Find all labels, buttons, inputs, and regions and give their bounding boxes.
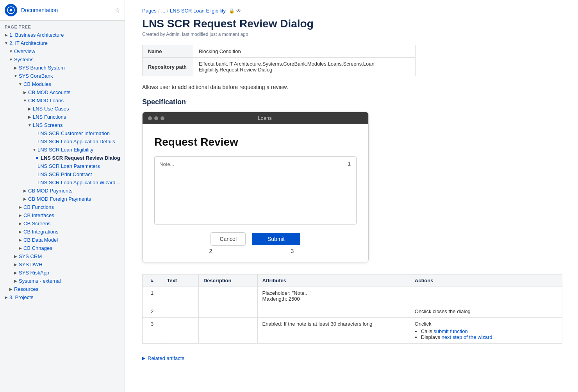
- sidebar-item-label: LNS Screens: [33, 122, 63, 128]
- arrow-right-icon: ▶: [27, 115, 33, 119]
- mockup-num-1: 1: [348, 160, 351, 167]
- sidebar-item-cb-modules[interactable]: ▼CB Modules: [0, 80, 125, 88]
- sidebar-item-sys-corebank[interactable]: ▼SYS CoreBank: [0, 72, 125, 80]
- sidebar-item-label: CB Integrations: [23, 229, 59, 235]
- mockup-title: Loans: [258, 115, 271, 121]
- spec-text-3: [162, 318, 199, 344]
- page-title: LNS SCR Request Review Dialog: [142, 18, 562, 30]
- arrow-right-icon: ▶: [12, 279, 19, 283]
- sidebar-item-lns-scr-loan-app[interactable]: LNS SCR Loan Application Details: [0, 137, 125, 146]
- spec-attr-1: Placeholder: "Note..."Maxlength: 2500: [257, 287, 410, 305]
- arrow-right-icon: ▶: [17, 221, 23, 226]
- sidebar-item-sys-crm[interactable]: ▶SYS CRM: [0, 252, 125, 260]
- spec-num-1: 1: [143, 287, 162, 305]
- star-icon[interactable]: ☆: [114, 7, 120, 14]
- spec-text-1: [162, 287, 199, 305]
- sidebar-item-sys-dwh[interactable]: ▶SYS DWH: [0, 260, 125, 269]
- breadcrumb-ellipsis[interactable]: ...: [161, 8, 166, 14]
- arrow-down-icon: ▼: [31, 148, 37, 152]
- sidebar-item-systems[interactable]: ▼Systems: [0, 55, 125, 64]
- sidebar-item-cb-screens[interactable]: ▶CB Screens: [0, 219, 125, 228]
- sidebar-item-label: LNS SCR Request Review Dialog: [41, 155, 120, 161]
- sidebar-item-lns-scr-customer[interactable]: LNS SCR Customer Information: [0, 129, 125, 137]
- sidebar-item-cb-mod-accounts[interactable]: ▶CB MOD Accounts: [0, 88, 125, 96]
- breadcrumb-pages[interactable]: Pages: [142, 8, 157, 14]
- spec-attr-2: [257, 305, 410, 318]
- sidebar-item-lns-scr-wizard[interactable]: LNS SCR Loan Application Wizard Hea...: [0, 178, 125, 187]
- sidebar-item-cb-integrations[interactable]: ▶CB Integrations: [0, 228, 125, 236]
- sidebar-item-cb-mod-payments[interactable]: ▶CB MOD Payments: [0, 187, 125, 195]
- arrow-right-icon: ▶: [3, 295, 9, 299]
- col-actions: Actions: [410, 274, 562, 287]
- sidebar-item-label: SYS CRM: [19, 253, 42, 259]
- sidebar-item-label: Overview: [14, 48, 35, 54]
- sidebar-item-sys-branch[interactable]: ▶SYS Branch System: [0, 64, 125, 72]
- related-artifacts[interactable]: ▶ Related artifacts: [142, 351, 562, 365]
- sidebar-title[interactable]: Documentation: [21, 7, 58, 13]
- mockup-dot-1: [148, 116, 152, 120]
- name-label: Name: [143, 45, 193, 58]
- sidebar-item-resources[interactable]: ▶Resources: [0, 285, 125, 293]
- arrow-right-icon: ▶: [17, 246, 23, 250]
- sidebar-item-cb-mod-loans[interactable]: ▼CB MOD Loans: [0, 96, 125, 105]
- sidebar-item-cb-data-model[interactable]: ▶CB Data Model: [0, 236, 125, 244]
- sidebar-item-lns-use-cases[interactable]: ▶LNS Use Cases: [0, 105, 125, 113]
- sidebar-item-label: Systems - external: [19, 278, 61, 284]
- sidebar-item-it-arch[interactable]: ▼2. IT Architecture: [0, 39, 125, 47]
- spec-desc-3: [198, 318, 257, 344]
- sidebar-item-cb-changes[interactable]: ▶CB Chnages: [0, 244, 125, 252]
- app-logo[interactable]: [5, 4, 17, 16]
- sidebar-item-lns-scr-loan-params[interactable]: LNS SCR Loan Parameters: [0, 162, 125, 170]
- spec-action-2: Onclick closes the dialog: [410, 305, 562, 318]
- sidebar-item-label: CB MOD Payments: [28, 188, 72, 194]
- active-dot-icon: [36, 157, 38, 159]
- arrow-right-icon: ▶: [27, 107, 33, 111]
- breadcrumb-parent[interactable]: LNS SCR Loan Eligibility: [170, 8, 226, 14]
- col-attrs: Attributes: [257, 274, 410, 287]
- sidebar-item-label: LNS SCR Print Contract: [37, 171, 92, 177]
- sidebar: Documentation ☆ PAGE TREE ▶1. Business A…: [0, 0, 125, 392]
- mockup-dialog-title: Request Review: [154, 136, 357, 148]
- arrow-right-icon: ▶: [17, 213, 23, 217]
- sidebar-item-label: LNS Functions: [33, 114, 66, 120]
- sidebar-item-label: CB Functions: [23, 204, 54, 210]
- sidebar-item-lns-screens[interactable]: ▼LNS Screens: [0, 121, 125, 129]
- page-meta: Created by Admin, last modified just a m…: [142, 32, 562, 37]
- resize-handle[interactable]: [125, 0, 127, 392]
- sidebar-item-cb-functions[interactable]: ▶CB Functions: [0, 203, 125, 211]
- sidebar-item-sys-riskapp[interactable]: ▶SYS RiskApp: [0, 269, 125, 277]
- main-content: Pages / ... / LNS SCR Loan Eligibility 🔒…: [127, 0, 578, 392]
- mockup-cancel-button[interactable]: Cancel: [211, 232, 246, 246]
- submit-function-link[interactable]: submit function: [434, 328, 467, 334]
- sidebar-item-lns-scr-print[interactable]: LNS SCR Print Contract: [0, 170, 125, 178]
- arrow-right-icon: ▶: [17, 205, 23, 209]
- next-step-link[interactable]: next step of the wizard: [442, 334, 492, 340]
- sidebar-item-cb-interfaces[interactable]: ▶CB Interfaces: [0, 211, 125, 219]
- sidebar-item-label: LNS SCR Loan Application Wizard Hea...: [37, 180, 125, 185]
- sidebar-item-projects[interactable]: ▶3. Projects: [0, 293, 125, 301]
- sidebar-item-biz-arch[interactable]: ▶1. Business Architecture: [0, 31, 125, 39]
- spec-row-1: 1 Placeholder: "Note..."Maxlength: 2500: [143, 287, 562, 305]
- spec-text-2: [162, 305, 199, 318]
- sidebar-item-cb-mod-foreign[interactable]: ▶CB MOD Foreign Payments: [0, 195, 125, 203]
- mockup-num-2: 2: [209, 248, 212, 254]
- sidebar-item-systems-external[interactable]: ▶Systems - external: [0, 277, 125, 285]
- arrow-right-icon: ▶: [17, 238, 23, 242]
- arrow-down-icon: ▼: [12, 74, 19, 78]
- sidebar-item-lns-scr-request-review[interactable]: LNS SCR Request Review Dialog: [0, 154, 125, 162]
- arrow-right-icon: ▶: [12, 271, 19, 275]
- mockup-note-textarea[interactable]: [155, 157, 356, 223]
- related-artifacts-label: Related artifacts: [148, 355, 184, 361]
- sidebar-item-label: CB Modules: [23, 81, 51, 87]
- watch-icon: 👁: [236, 8, 241, 14]
- arrow-right-icon: ▶: [22, 90, 28, 94]
- mockup-submit-button[interactable]: Submit: [252, 233, 300, 245]
- sidebar-item-label: 3. Projects: [9, 294, 33, 300]
- sidebar-item-label: 1. Business Architecture: [9, 32, 64, 38]
- sidebar-item-label: Systems: [14, 57, 34, 62]
- sidebar-item-lns-scr-loan-elig[interactable]: ▼LNS SCR Loan Eligibility: [0, 146, 125, 154]
- page-tree-label: PAGE TREE: [0, 21, 125, 31]
- sidebar-item-label: CB Screens: [23, 221, 50, 226]
- sidebar-item-lns-functions[interactable]: ▶LNS Functions: [0, 113, 125, 121]
- sidebar-item-overview[interactable]: ▼Overview: [0, 47, 125, 55]
